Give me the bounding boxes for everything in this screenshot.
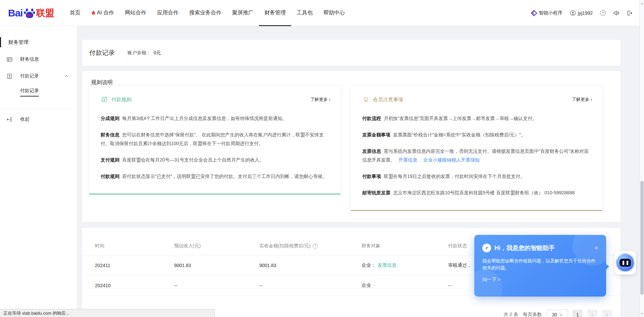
active-section-indicator xyxy=(0,37,1,47)
member-notes-more-link[interactable]: 了解更多 › xyxy=(572,97,592,103)
total-count: 共 2 条 xyxy=(503,312,518,317)
rule-item: 发票金额事项发票票面“价税合计”金额=系统中“实收金额（扣除税费后/元）”。 xyxy=(362,130,592,139)
sidebar-item-payment-records[interactable]: 付款记录 xyxy=(0,68,77,84)
member-crown-icon xyxy=(362,96,370,103)
help-icon[interactable]: ? xyxy=(600,10,606,16)
cell-actual: 9001.83 xyxy=(259,263,362,268)
rule-item: 发票信息需与系统内发票信息内容完全一致，否则无法支付。请根据发票信息页面中“百度… xyxy=(362,147,592,164)
chevron-down-icon: ∨ xyxy=(560,313,562,317)
rules-heading: 规则说明 xyxy=(91,79,113,86)
sidebar-section-finance-management: 财务管理 xyxy=(0,34,77,51)
per-page-select[interactable]: 30 ∨ xyxy=(546,310,568,317)
logo-text-du: du xyxy=(26,12,32,17)
assistant-title: Hi，我是您的智能助手 xyxy=(494,244,555,252)
cell-actual: -- xyxy=(259,283,362,288)
logout-icon[interactable] xyxy=(627,10,633,16)
nav-item-app-cooperation[interactable]: 应用合作 xyxy=(152,0,184,26)
collapse-icon xyxy=(7,117,12,122)
assistant-message: 我会帮助您诊断合作链路问题，以及解答您关于任何合作相关的问题。 xyxy=(482,257,596,271)
sidebar-item-finance-info[interactable]: 财务信息 xyxy=(0,51,77,68)
invoice-info-link[interactable]: 开票信息 xyxy=(398,157,417,163)
per-page-label: 每页条数 xyxy=(523,312,542,317)
account-balance: 账户余额： 0元 xyxy=(127,50,161,56)
nav-item-ai-cooperation[interactable]: AI 合作 xyxy=(86,0,120,26)
pagination: 共 2 条 每页条数 30 ∨ 1 ‹ › xyxy=(503,310,612,317)
nav-item-home[interactable]: 首页 xyxy=(64,0,86,26)
rule-item: 分成规则每月第3或4个工作日产出上月分成信息及发票信息，如有特殊情况将提前通知。 xyxy=(101,114,330,123)
rule-item: 财务信息您可以在财务信息中选择“保留付款”。 在此期间您产生的收入将在账户内进行… xyxy=(101,130,330,148)
rule-item: 邮寄纸质发票北京市海淀区西北旺东路10号院百度科技园5号楼 百度联盟财务组（收）… xyxy=(362,188,592,197)
rules-panel: 规则说明 付款规则 了解更多 › 分成规则每月第3或4个工作日产出上月分成信息及… xyxy=(82,71,620,222)
nav-item-finance-management[interactable]: 财务管理 xyxy=(259,0,291,26)
member-notes-title: 会员注意事项 xyxy=(373,97,403,103)
cell-finance-object: 企业：发票信息 xyxy=(362,262,448,268)
cell-estimated: -- xyxy=(174,283,259,288)
robot-avatar-icon xyxy=(616,253,635,272)
scroll-up-arrow[interactable]: ▲ xyxy=(640,1,644,6)
sidebar-divider xyxy=(0,109,77,109)
nav-item-search-business[interactable]: 搜索业务合作 xyxy=(184,0,227,26)
badge-star-icon xyxy=(7,73,12,79)
payment-rule-coin-icon xyxy=(101,96,108,103)
member-notes-card: 会员注意事项 了解更多 › 付款流程月初按“发票信息”页面开具发票→上传发票→邮… xyxy=(351,86,602,211)
cell-time: 202411 xyxy=(95,263,174,268)
sidebar-subitem-payment-records-active[interactable]: 付款记录 xyxy=(0,84,77,100)
speaker-icon[interactable] xyxy=(613,10,619,16)
scrollbar-thumb[interactable] xyxy=(640,181,644,295)
nav-item-website-cooperation[interactable]: 网站合作 xyxy=(119,0,152,26)
popup-decoration xyxy=(466,270,502,307)
mini-program-diamond-icon xyxy=(531,10,537,16)
rule-item: 付款事项联盟在每月19日之后签收的发票，付款时间安排在下个月首批支付。 xyxy=(362,172,592,181)
payment-rules-card: 付款规则 了解更多 › 分成规则每月第3或4个工作日产出上月分成信息及发票信息，… xyxy=(89,86,340,194)
small-taxpayer-notice-link[interactable]: 企业小规模纳税人开票须知 xyxy=(423,157,480,163)
user-account[interactable]: jyj1992 xyxy=(570,10,593,16)
col-header-finance-object: 财务对象 xyxy=(362,243,448,249)
assistant-robot-button[interactable] xyxy=(614,251,636,274)
payment-rules-more-link[interactable]: 了解更多 › xyxy=(310,97,330,103)
page-header-panel: 付款记录 账户余额： 0元 xyxy=(82,40,620,66)
top-navigation-bar: Bai du 联盟 首页 AI 合作 网站合作 应用合作 搜索业务合作 聚屏推广… xyxy=(0,0,644,26)
page-title: 付款记录 xyxy=(89,49,115,57)
close-icon[interactable]: × xyxy=(594,245,598,251)
chevron-up-icon xyxy=(65,75,68,77)
compass-icon xyxy=(482,244,491,252)
baidu-paw-icon: du xyxy=(23,7,36,19)
col-header-time: 时间 xyxy=(95,243,174,249)
col-header-actual: 实收金额(扣除税费后/元)? xyxy=(259,243,362,249)
rule-item: 支付规则百度联盟会在每月20号—31号支付企业会员上个自然月产生的收入。 xyxy=(101,155,330,164)
sidebar-collapse-button[interactable]: 收起 xyxy=(0,110,77,128)
invoice-info-row-link[interactable]: 发票信息 xyxy=(378,262,396,268)
rule-item: 付款流程月初按“发票信息”页面开具发票→上传发票→邮寄发票→审核→确认支付。 xyxy=(362,114,592,123)
balance-value: 0元 xyxy=(154,50,161,55)
prev-page-button[interactable]: ‹ xyxy=(587,310,597,317)
browser-status-bar: 正在等待 xlab.baidu.com 的响应... xyxy=(0,309,215,317)
column-help-icon[interactable]: ? xyxy=(313,244,318,249)
scroll-down-arrow[interactable]: ▼ xyxy=(640,311,644,316)
nav-item-toolkit[interactable]: 工具包 xyxy=(291,0,318,26)
smart-mini-program-entry[interactable]: 智能小程序 xyxy=(531,10,562,16)
ask-now-link[interactable]: 问一下 > xyxy=(482,277,598,283)
balance-label: 账户余额： xyxy=(127,50,151,55)
payment-rules-title: 付款规则 xyxy=(111,97,131,103)
page-number-button[interactable]: 1 xyxy=(573,310,583,317)
main-nav: 首页 AI 合作 网站合作 应用合作 搜索业务合作 聚屏推广 财务管理 工具包 … xyxy=(64,0,351,26)
col-header-estimated: 预估收入(元) xyxy=(174,243,259,249)
id-card-icon xyxy=(7,57,12,62)
cell-finance-object: 企业 xyxy=(362,282,448,289)
cell-estimated: 9001.83 xyxy=(174,263,259,268)
baidu-union-logo[interactable]: Bai du 联盟 xyxy=(8,7,54,19)
logo-text-union: 联盟 xyxy=(36,7,54,19)
sidebar: 财务管理 财务信息 付款记录 付款记录 xyxy=(0,26,77,317)
rule-item: 付款规则若付款状态显示“已支付”，说明联盟已安排了您的付款。支付后三个工作日内到… xyxy=(101,172,330,181)
popup-pointer xyxy=(606,264,609,270)
cell-time: 202410 xyxy=(95,283,174,288)
vertical-scrollbar[interactable]: ▲ ▼ xyxy=(639,0,644,317)
nav-item-help-center[interactable]: 帮助中心 xyxy=(318,0,350,26)
nav-item-juping-promotion[interactable]: 聚屏推广 xyxy=(227,0,259,26)
user-icon xyxy=(570,10,576,16)
payment-rules-body: 分成规则每月第3或4个工作日产出上月分成信息及发票信息，如有特殊情况将提前通知。… xyxy=(101,114,330,181)
next-page-button[interactable]: › xyxy=(602,310,612,317)
member-notes-body: 付款流程月初按“发票信息”页面开具发票→上传发票→邮寄发票→审核→确认支付。 发… xyxy=(362,114,592,197)
flame-icon xyxy=(91,10,96,16)
logo-text-bai: Bai xyxy=(8,7,23,19)
